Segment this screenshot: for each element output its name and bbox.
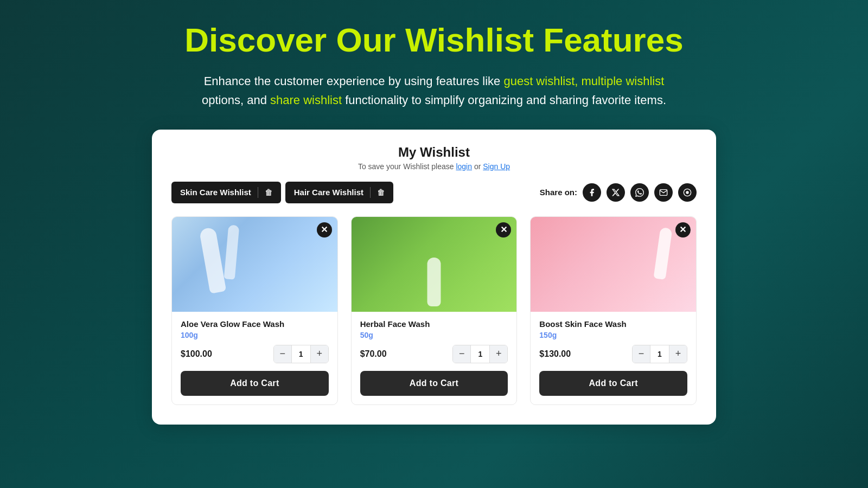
remove-button-2[interactable]: ✕ [496,222,511,237]
product-price-row-3: $130.00 − 1 + [539,345,687,363]
product-info-3: Boost Skin Face Wash 150g $130.00 − 1 + … [531,312,696,404]
signal-share-icon[interactable] [678,183,697,202]
product-name-1: Aloe Vera Glow Face Wash [181,319,329,329]
product-image-wrapper-3: ✕ [531,217,696,312]
product-image-aloe [172,217,337,312]
facebook-share-icon[interactable] [583,183,601,202]
product-image-boost [531,217,696,312]
product-card-3: ✕ Boost Skin Face Wash 150g $130.00 − 1 … [530,216,697,405]
qty-control-3: − 1 + [632,345,687,363]
tab-hair-care-label: Hair Care Wishlist [294,188,363,197]
qty-control-2: − 1 + [452,345,508,363]
qty-decrease-1[interactable]: − [274,345,291,363]
x-twitter-share-icon[interactable] [607,183,625,202]
share-label: Share on: [540,188,577,197]
or-text: or [474,162,481,171]
svg-point-0 [686,191,688,194]
product-card-2: ✕ Herbal Face Wash 50g $70.00 − 1 + Add … [351,216,518,405]
subtitle-prefix: Enhance the customer experience by using… [204,74,504,88]
wishlist-panel: My Wishlist To save your Wishlist please… [152,130,716,425]
hero-subtitle: Enhance the customer experience by using… [190,72,678,110]
qty-increase-2[interactable]: + [490,345,507,363]
qty-increase-3[interactable]: + [669,345,687,363]
page-title: Discover Our Wishlist Features [184,22,683,59]
qty-decrease-2[interactable]: − [453,345,470,363]
trash-icon-hair[interactable]: 🗑 [377,188,385,197]
add-to-cart-button-2[interactable]: Add to Cart [360,371,508,396]
product-image-wrapper-1: ✕ [172,217,337,312]
tab-hair-care[interactable]: Hair Care Wishlist 🗑 [285,182,393,203]
product-image-herbal [352,217,517,312]
product-variant-2: 50g [360,331,508,339]
subtitle-suffix: functionality to simplify organizing and… [345,93,666,107]
qty-increase-1[interactable]: + [311,345,328,363]
subtitle-highlight-2: share wishlist [270,93,342,107]
product-info-1: Aloe Vera Glow Face Wash 100g $100.00 − … [172,312,337,404]
product-price-2: $70.00 [360,349,387,359]
login-link[interactable]: login [456,162,472,171]
whatsapp-share-icon[interactable] [630,183,649,202]
product-price-1: $100.00 [181,349,212,359]
wishlist-subtitle: To save your Wishlist please login or Si… [171,162,697,171]
add-to-cart-button-3[interactable]: Add to Cart [539,371,687,396]
subtitle-highlight-1: guest wishlist, multiple wishlist [503,74,664,88]
tabs-row: Skin Care Wishlist 🗑 Hair Care Wishlist … [171,182,697,203]
qty-value-2: 1 [470,345,490,363]
qty-control-1: − 1 + [273,345,329,363]
add-to-cart-button-1[interactable]: Add to Cart [181,371,329,396]
remove-button-3[interactable]: ✕ [675,222,691,237]
tab-separator-2 [370,187,371,198]
product-card-1: ✕ Aloe Vera Glow Face Wash 100g $100.00 … [171,216,338,405]
product-price-row-2: $70.00 − 1 + [360,345,508,363]
subtitle-middle: options, and [202,93,270,107]
product-variant-3: 150g [539,331,687,339]
tab-skin-care-label: Skin Care Wishlist [180,188,251,197]
subtitle-text: To save your Wishlist please [358,162,456,171]
product-info-2: Herbal Face Wash 50g $70.00 − 1 + Add to… [352,312,517,404]
trash-icon-skin[interactable]: 🗑 [265,188,272,197]
products-grid: ✕ Aloe Vera Glow Face Wash 100g $100.00 … [171,216,697,405]
product-name-3: Boost Skin Face Wash [539,319,687,329]
product-name-2: Herbal Face Wash [360,319,508,329]
wishlist-tabs: Skin Care Wishlist 🗑 Hair Care Wishlist … [171,182,393,203]
product-variant-1: 100g [181,331,329,339]
email-share-icon[interactable] [654,183,673,202]
tab-separator-1 [258,187,258,198]
remove-button-1[interactable]: ✕ [317,222,332,237]
qty-value-1: 1 [291,345,311,363]
signup-link[interactable]: Sign Up [483,162,510,171]
share-area: Share on: [540,183,697,202]
wishlist-title: My Wishlist [171,145,697,160]
product-price-row-1: $100.00 − 1 + [181,345,329,363]
qty-decrease-3[interactable]: − [633,345,650,363]
product-price-3: $130.00 [539,349,571,359]
product-image-wrapper-2: ✕ [352,217,517,312]
tab-skin-care[interactable]: Skin Care Wishlist 🗑 [171,182,281,203]
qty-value-3: 1 [650,345,669,363]
